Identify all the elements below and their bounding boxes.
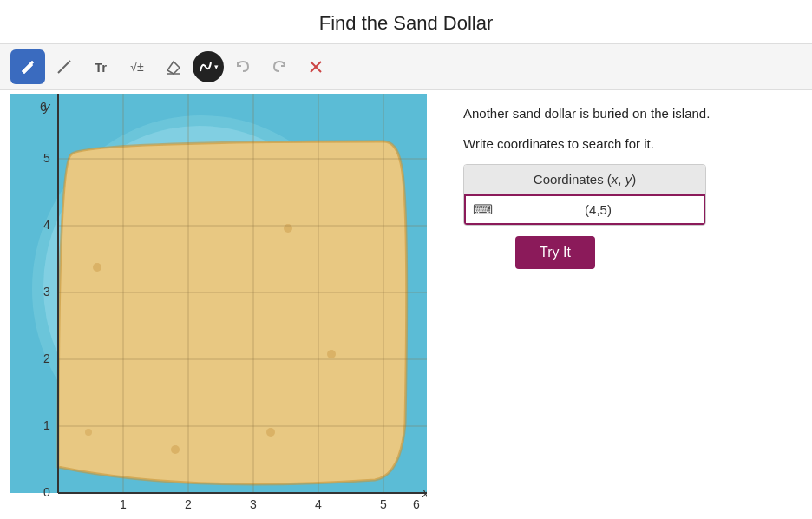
sqrt-tool-label: √± <box>130 60 143 74</box>
close-button[interactable] <box>298 49 333 84</box>
line-icon <box>56 58 73 76</box>
pen-icon <box>19 58 36 76</box>
keyboard-icon: ⌨ <box>473 201 493 218</box>
svg-point-8 <box>284 224 292 233</box>
coordinate-graph[interactable]: 0 1 2 3 4 5 y 6 1 2 3 4 5 6 x <box>10 94 427 510</box>
svg-text:5: 5 <box>43 151 50 165</box>
svg-text:3: 3 <box>250 497 257 510</box>
sqrt-tool-button[interactable]: √± <box>120 49 154 84</box>
eraser-tool-button[interactable] <box>156 49 191 84</box>
coordinates-input[interactable] <box>500 202 697 217</box>
curve-dropdown-arrow: ▾ <box>214 62 219 71</box>
curve-tool-button[interactable]: ▾ <box>193 51 224 82</box>
svg-point-11 <box>266 428 275 437</box>
text-tool-label: Tr <box>95 60 107 75</box>
coordinates-header: Coordinates (x, y) <box>464 165 705 194</box>
description-text-2: Write coordinates to search for it. <box>463 135 791 154</box>
try-it-button[interactable]: Try It <box>515 236 595 269</box>
undo-button[interactable] <box>226 49 260 84</box>
coordinates-table: Coordinates (x, y) ⌨ <box>463 164 706 226</box>
redo-icon <box>271 58 288 76</box>
pen-tool-button[interactable] <box>10 49 45 84</box>
svg-point-12 <box>85 429 92 436</box>
svg-text:6: 6 <box>413 497 420 510</box>
svg-text:1: 1 <box>43 418 50 432</box>
svg-text:5: 5 <box>380 497 387 510</box>
close-icon <box>307 58 324 76</box>
svg-text:3: 3 <box>43 285 50 299</box>
svg-text:0: 0 <box>43 485 50 499</box>
svg-point-9 <box>327 350 336 358</box>
curve-icon <box>198 59 213 75</box>
svg-point-10 <box>171 445 180 454</box>
description-text-1: Another sand dollar is buried on the isl… <box>463 104 791 124</box>
svg-text:4: 4 <box>43 218 50 232</box>
page-title: Find the Sand Dollar <box>0 0 812 43</box>
svg-text:x: x <box>422 486 427 500</box>
svg-point-7 <box>93 263 102 272</box>
line-tool-button[interactable] <box>47 49 82 84</box>
coordinates-input-row[interactable]: ⌨ <box>464 194 705 225</box>
svg-text:2: 2 <box>185 497 192 510</box>
svg-text:1: 1 <box>120 497 127 510</box>
text-tool-button[interactable]: Tr <box>83 49 118 84</box>
right-panel: Another sand dollar is buried on the isl… <box>442 90 812 519</box>
svg-line-0 <box>58 61 70 73</box>
eraser-icon <box>165 58 182 76</box>
svg-text:2: 2 <box>43 351 50 365</box>
undo-icon <box>234 58 252 76</box>
toolbar: Tr √± ▾ <box>0 43 812 90</box>
svg-text:6: 6 <box>40 100 47 114</box>
redo-button[interactable] <box>262 49 297 84</box>
graph-container: 0 1 2 3 4 5 y 6 1 2 3 4 5 6 x <box>10 94 435 519</box>
svg-text:4: 4 <box>315 497 322 510</box>
